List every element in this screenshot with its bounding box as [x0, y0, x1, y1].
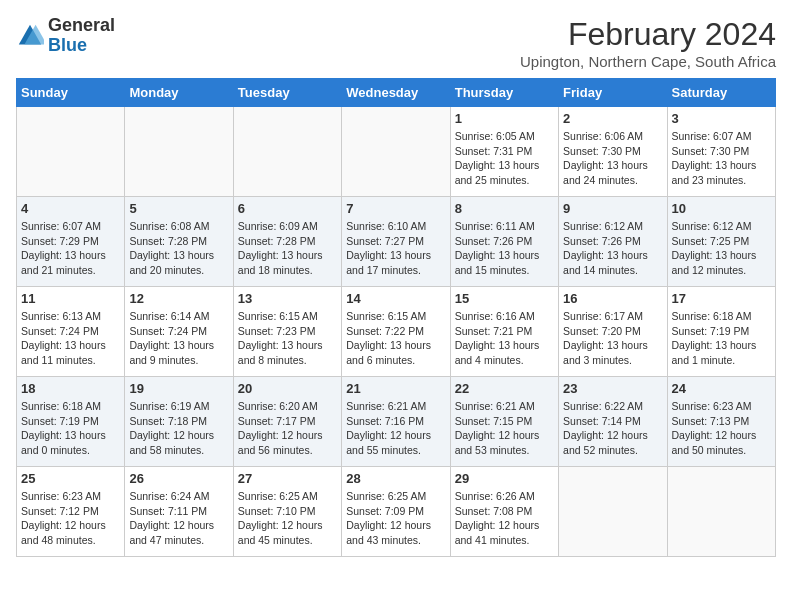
calendar-cell: 29Sunrise: 6:26 AMSunset: 7:08 PMDayligh…	[450, 467, 558, 557]
calendar-cell	[342, 107, 450, 197]
calendar-cell	[667, 467, 775, 557]
day-info: Sunrise: 6:11 AMSunset: 7:26 PMDaylight:…	[455, 219, 554, 278]
day-number: 2	[563, 111, 662, 126]
calendar-cell: 22Sunrise: 6:21 AMSunset: 7:15 PMDayligh…	[450, 377, 558, 467]
calendar-cell: 26Sunrise: 6:24 AMSunset: 7:11 PMDayligh…	[125, 467, 233, 557]
day-info: Sunrise: 6:15 AMSunset: 7:23 PMDaylight:…	[238, 309, 337, 368]
logo: General Blue	[16, 16, 115, 56]
day-number: 15	[455, 291, 554, 306]
day-info: Sunrise: 6:09 AMSunset: 7:28 PMDaylight:…	[238, 219, 337, 278]
calendar-cell: 2Sunrise: 6:06 AMSunset: 7:30 PMDaylight…	[559, 107, 667, 197]
day-number: 29	[455, 471, 554, 486]
calendar-cell: 17Sunrise: 6:18 AMSunset: 7:19 PMDayligh…	[667, 287, 775, 377]
day-number: 7	[346, 201, 445, 216]
calendar-cell: 27Sunrise: 6:25 AMSunset: 7:10 PMDayligh…	[233, 467, 341, 557]
day-number: 12	[129, 291, 228, 306]
day-info: Sunrise: 6:25 AMSunset: 7:10 PMDaylight:…	[238, 489, 337, 548]
day-info: Sunrise: 6:15 AMSunset: 7:22 PMDaylight:…	[346, 309, 445, 368]
day-number: 4	[21, 201, 120, 216]
calendar-week-row: 18Sunrise: 6:18 AMSunset: 7:19 PMDayligh…	[17, 377, 776, 467]
title-area: February 2024 Upington, Northern Cape, S…	[520, 16, 776, 70]
day-number: 19	[129, 381, 228, 396]
day-info: Sunrise: 6:24 AMSunset: 7:11 PMDaylight:…	[129, 489, 228, 548]
day-number: 27	[238, 471, 337, 486]
day-number: 21	[346, 381, 445, 396]
calendar: SundayMondayTuesdayWednesdayThursdayFrid…	[16, 78, 776, 557]
calendar-cell: 1Sunrise: 6:05 AMSunset: 7:31 PMDaylight…	[450, 107, 558, 197]
weekday-header: Wednesday	[342, 79, 450, 107]
day-number: 28	[346, 471, 445, 486]
calendar-cell: 25Sunrise: 6:23 AMSunset: 7:12 PMDayligh…	[17, 467, 125, 557]
calendar-cell: 19Sunrise: 6:19 AMSunset: 7:18 PMDayligh…	[125, 377, 233, 467]
day-number: 11	[21, 291, 120, 306]
day-info: Sunrise: 6:13 AMSunset: 7:24 PMDaylight:…	[21, 309, 120, 368]
calendar-cell: 28Sunrise: 6:25 AMSunset: 7:09 PMDayligh…	[342, 467, 450, 557]
weekday-header: Sunday	[17, 79, 125, 107]
day-info: Sunrise: 6:06 AMSunset: 7:30 PMDaylight:…	[563, 129, 662, 188]
calendar-cell: 12Sunrise: 6:14 AMSunset: 7:24 PMDayligh…	[125, 287, 233, 377]
calendar-cell: 23Sunrise: 6:22 AMSunset: 7:14 PMDayligh…	[559, 377, 667, 467]
calendar-cell: 9Sunrise: 6:12 AMSunset: 7:26 PMDaylight…	[559, 197, 667, 287]
calendar-cell: 18Sunrise: 6:18 AMSunset: 7:19 PMDayligh…	[17, 377, 125, 467]
calendar-cell	[559, 467, 667, 557]
day-number: 18	[21, 381, 120, 396]
weekday-header: Saturday	[667, 79, 775, 107]
calendar-cell: 14Sunrise: 6:15 AMSunset: 7:22 PMDayligh…	[342, 287, 450, 377]
day-info: Sunrise: 6:05 AMSunset: 7:31 PMDaylight:…	[455, 129, 554, 188]
calendar-cell: 11Sunrise: 6:13 AMSunset: 7:24 PMDayligh…	[17, 287, 125, 377]
day-number: 10	[672, 201, 771, 216]
day-number: 9	[563, 201, 662, 216]
day-info: Sunrise: 6:20 AMSunset: 7:17 PMDaylight:…	[238, 399, 337, 458]
day-number: 25	[21, 471, 120, 486]
day-number: 23	[563, 381, 662, 396]
calendar-cell: 6Sunrise: 6:09 AMSunset: 7:28 PMDaylight…	[233, 197, 341, 287]
day-number: 5	[129, 201, 228, 216]
day-number: 3	[672, 111, 771, 126]
day-info: Sunrise: 6:08 AMSunset: 7:28 PMDaylight:…	[129, 219, 228, 278]
day-number: 17	[672, 291, 771, 306]
calendar-cell: 13Sunrise: 6:15 AMSunset: 7:23 PMDayligh…	[233, 287, 341, 377]
calendar-cell: 4Sunrise: 6:07 AMSunset: 7:29 PMDaylight…	[17, 197, 125, 287]
day-number: 14	[346, 291, 445, 306]
day-number: 24	[672, 381, 771, 396]
weekday-header-row: SundayMondayTuesdayWednesdayThursdayFrid…	[17, 79, 776, 107]
calendar-cell: 15Sunrise: 6:16 AMSunset: 7:21 PMDayligh…	[450, 287, 558, 377]
weekday-header: Tuesday	[233, 79, 341, 107]
day-number: 1	[455, 111, 554, 126]
calendar-cell	[17, 107, 125, 197]
day-info: Sunrise: 6:21 AMSunset: 7:15 PMDaylight:…	[455, 399, 554, 458]
calendar-cell: 10Sunrise: 6:12 AMSunset: 7:25 PMDayligh…	[667, 197, 775, 287]
calendar-cell	[125, 107, 233, 197]
weekday-header: Thursday	[450, 79, 558, 107]
logo-blue-text: Blue	[48, 35, 87, 55]
day-number: 20	[238, 381, 337, 396]
day-info: Sunrise: 6:12 AMSunset: 7:25 PMDaylight:…	[672, 219, 771, 278]
calendar-week-row: 1Sunrise: 6:05 AMSunset: 7:31 PMDaylight…	[17, 107, 776, 197]
calendar-cell: 24Sunrise: 6:23 AMSunset: 7:13 PMDayligh…	[667, 377, 775, 467]
calendar-cell: 5Sunrise: 6:08 AMSunset: 7:28 PMDaylight…	[125, 197, 233, 287]
day-number: 22	[455, 381, 554, 396]
day-number: 16	[563, 291, 662, 306]
weekday-header: Friday	[559, 79, 667, 107]
day-info: Sunrise: 6:23 AMSunset: 7:13 PMDaylight:…	[672, 399, 771, 458]
day-info: Sunrise: 6:07 AMSunset: 7:29 PMDaylight:…	[21, 219, 120, 278]
day-info: Sunrise: 6:26 AMSunset: 7:08 PMDaylight:…	[455, 489, 554, 548]
day-number: 26	[129, 471, 228, 486]
day-info: Sunrise: 6:07 AMSunset: 7:30 PMDaylight:…	[672, 129, 771, 188]
day-number: 13	[238, 291, 337, 306]
calendar-cell: 16Sunrise: 6:17 AMSunset: 7:20 PMDayligh…	[559, 287, 667, 377]
calendar-cell: 3Sunrise: 6:07 AMSunset: 7:30 PMDaylight…	[667, 107, 775, 197]
day-info: Sunrise: 6:23 AMSunset: 7:12 PMDaylight:…	[21, 489, 120, 548]
day-info: Sunrise: 6:25 AMSunset: 7:09 PMDaylight:…	[346, 489, 445, 548]
day-info: Sunrise: 6:16 AMSunset: 7:21 PMDaylight:…	[455, 309, 554, 368]
day-info: Sunrise: 6:14 AMSunset: 7:24 PMDaylight:…	[129, 309, 228, 368]
day-info: Sunrise: 6:17 AMSunset: 7:20 PMDaylight:…	[563, 309, 662, 368]
calendar-cell: 20Sunrise: 6:20 AMSunset: 7:17 PMDayligh…	[233, 377, 341, 467]
day-info: Sunrise: 6:19 AMSunset: 7:18 PMDaylight:…	[129, 399, 228, 458]
day-info: Sunrise: 6:18 AMSunset: 7:19 PMDaylight:…	[21, 399, 120, 458]
day-info: Sunrise: 6:10 AMSunset: 7:27 PMDaylight:…	[346, 219, 445, 278]
header: General Blue February 2024 Upington, Nor…	[16, 16, 776, 70]
calendar-week-row: 11Sunrise: 6:13 AMSunset: 7:24 PMDayligh…	[17, 287, 776, 377]
day-number: 8	[455, 201, 554, 216]
day-number: 6	[238, 201, 337, 216]
